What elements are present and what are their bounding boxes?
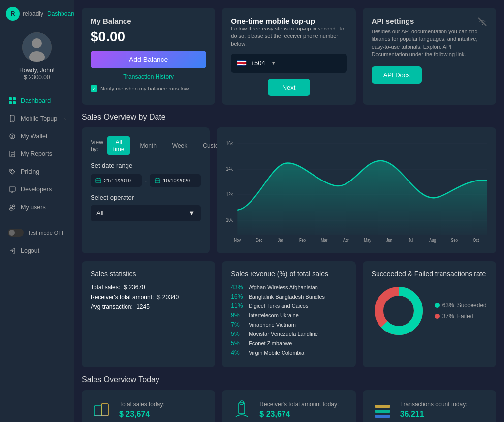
sidebar: R reloadly Dashboard Howdy, John! $ 2300… xyxy=(0,0,74,422)
test-mode-label: Test mode OFF xyxy=(28,230,65,236)
sales-overview-title: Sales Overview by Date xyxy=(82,113,496,121)
failed-label: Failed xyxy=(457,313,473,320)
next-button[interactable]: Next xyxy=(268,79,311,96)
api-docs-button[interactable]: API Docs xyxy=(372,66,422,84)
receivers-today-value: $ 23,674 xyxy=(259,410,339,419)
notify-row: ✓ Notify me when my balance runs low xyxy=(91,85,206,92)
revenue-name: Vinaphone Vietnam xyxy=(249,322,296,328)
revenue-list-item: 16%Banglalink Bangladesh Bundles xyxy=(231,293,346,300)
total-sales-today-text: Total sales today: $ 23,674 xyxy=(119,401,165,419)
date-start-value: 21/11/2019 xyxy=(104,178,131,183)
filter-month[interactable]: Month xyxy=(134,140,162,151)
api-card: API settings Besides our API documentati… xyxy=(363,8,496,105)
failed-pct: 37% xyxy=(442,313,454,320)
sidebar-item-dashboard[interactable]: Dashboard xyxy=(0,92,74,110)
transactions-rate-card: Succeeded & Failed transactions rate 63%… xyxy=(363,261,496,367)
sales-statistics-card: Sales statistics Total sales: $ 23670 Re… xyxy=(82,261,215,367)
receivers-total-line: Receiver's total amount: $ 20340 xyxy=(91,294,206,301)
date-inputs: 21/11/2019 - 10/10/2020 xyxy=(91,174,201,187)
svg-rect-5 xyxy=(9,101,12,104)
filter-row: View by: All time Month Week Custom xyxy=(91,136,201,155)
grid-icon xyxy=(8,96,17,105)
svg-text:Jan: Jan xyxy=(278,238,284,243)
reports-icon xyxy=(8,150,17,158)
test-mode-toggle-row: Test mode OFF xyxy=(0,224,74,241)
chart-filters-panel: View by: All time Month Week Custom Set … xyxy=(82,127,210,253)
revenue-pct: 7% xyxy=(231,321,246,328)
legend-succeeded: 63% Succeeded xyxy=(435,302,487,309)
svg-text:Dec: Dec xyxy=(256,238,263,243)
sidebar-item-my-wallet[interactable]: $ My Wallet xyxy=(0,127,74,145)
balance-amount: $0.00 xyxy=(91,29,206,45)
svg-text:Apr: Apr xyxy=(343,238,349,243)
donut-legend: 63% Succeeded 37% Failed xyxy=(435,302,487,320)
svg-text:12k: 12k xyxy=(226,191,233,197)
date-start-input[interactable]: 21/11/2019 xyxy=(91,174,142,187)
revenue-pct: 4% xyxy=(231,349,246,356)
operator-value: All xyxy=(96,210,103,217)
phone-select[interactable]: 🇨🇷 +504 ▼ xyxy=(231,54,346,73)
receivers-today-label: Receiver's total amount today: xyxy=(259,401,339,408)
revenue-pct: 5% xyxy=(231,331,246,337)
sidebar-item-pricing-label: Pricing xyxy=(21,168,39,175)
svg-text:Oct: Oct xyxy=(473,238,479,243)
transactions-count-today-card: Transactions count today: 36.211 xyxy=(363,390,496,422)
logo-brand: reloadly xyxy=(23,10,43,17)
add-balance-button[interactable]: Add Balance xyxy=(91,51,206,68)
svg-rect-16 xyxy=(9,187,15,191)
sidebar-header: R reloadly Dashboard xyxy=(0,0,74,28)
notify-text: Notify me when my balance runs low xyxy=(100,86,189,91)
today-cards-row: Total sales today: $ 23,674 Receiver's t… xyxy=(82,390,496,422)
revenue-name: Afghan Wireless Afghanistan xyxy=(249,284,318,290)
revenue-list-item: 7%Vinaphone Vietnam xyxy=(231,321,346,328)
svg-text:May: May xyxy=(364,238,372,243)
notify-checkbox[interactable]: ✓ xyxy=(91,85,97,92)
sidebar-item-mobile-topup[interactable]: Mobile Topup › xyxy=(0,110,74,127)
svg-rect-60 xyxy=(375,410,390,413)
operator-select[interactable]: All ▼ xyxy=(91,205,201,221)
test-mode-toggle[interactable] xyxy=(8,229,24,237)
phone-code: +504 xyxy=(251,60,265,67)
total-sales-value: $ 23670 xyxy=(124,284,145,291)
date-end-input[interactable]: 10/10/2020 xyxy=(150,174,201,187)
revenue-name: Virgin Mobile Colombia xyxy=(249,350,304,356)
sidebar-item-pricing[interactable]: Pricing xyxy=(0,163,74,181)
wifi-off-icon xyxy=(477,17,487,29)
filter-week[interactable]: Week xyxy=(166,140,193,151)
revenue-pct: 43% xyxy=(231,284,246,291)
revenue-name: Digicel Turks and Caicos xyxy=(249,303,308,309)
donut-chart xyxy=(372,284,426,338)
sidebar-item-my-users[interactable]: My users xyxy=(0,198,74,216)
svg-text:Jul: Jul xyxy=(409,238,413,243)
chevron-down-icon: ▼ xyxy=(189,210,195,217)
country-flag: 🇨🇷 xyxy=(237,59,247,68)
revenue-list-item: 9%Intertelecom Ukraine xyxy=(231,312,346,319)
transaction-history-link[interactable]: Transaction History xyxy=(91,73,206,80)
chart-svg: 16k 14k 12k 10k xyxy=(225,136,487,244)
receivers-total-today-text: Receiver's total amount today: $ 23,674 xyxy=(259,401,339,419)
svg-text:Mar: Mar xyxy=(321,238,327,243)
sidebar-item-developers[interactable]: Developers xyxy=(0,181,74,198)
svg-rect-3 xyxy=(9,97,12,100)
svg-rect-6 xyxy=(13,101,16,104)
svg-text:10k: 10k xyxy=(226,217,233,223)
chevron-right-icon: › xyxy=(64,116,66,121)
svg-rect-55 xyxy=(101,404,108,416)
phone-icon xyxy=(8,114,17,123)
revenue-list-item: 4%Virgin Mobile Colombia xyxy=(231,349,346,356)
sidebar-item-my-reports[interactable]: My Reports xyxy=(0,145,74,163)
divider xyxy=(7,89,66,89)
legend-failed: 37% Failed xyxy=(435,313,487,320)
filter-all-time[interactable]: All time xyxy=(107,136,130,155)
sidebar-item-my-reports-label: My Reports xyxy=(21,151,52,157)
revenue-list-item: 5%Movistar Venezuela Landline xyxy=(231,331,346,337)
svg-rect-4 xyxy=(13,97,16,100)
chart-section: View by: All time Month Week Custom Set … xyxy=(82,127,496,253)
stats-row: Sales statistics Total sales: $ 23670 Re… xyxy=(82,261,496,367)
svg-point-1 xyxy=(32,38,42,48)
logo-icon: R xyxy=(6,7,20,21)
svg-point-21 xyxy=(13,205,15,207)
avg-transaction-label: Avg transaction: xyxy=(91,303,133,310)
sidebar-item-logout[interactable]: Logout xyxy=(0,242,74,260)
revenue-card: Sales revenue (%) of total sales 43%Afgh… xyxy=(222,261,355,367)
